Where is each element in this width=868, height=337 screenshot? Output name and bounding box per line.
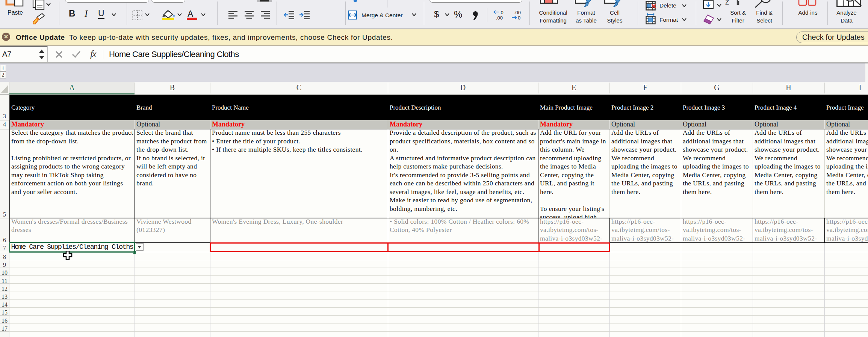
svg-text:0: 0 bbox=[518, 15, 520, 20]
svg-text:.00: .00 bbox=[496, 15, 503, 20]
svg-text:Z: Z bbox=[725, 0, 729, 6]
